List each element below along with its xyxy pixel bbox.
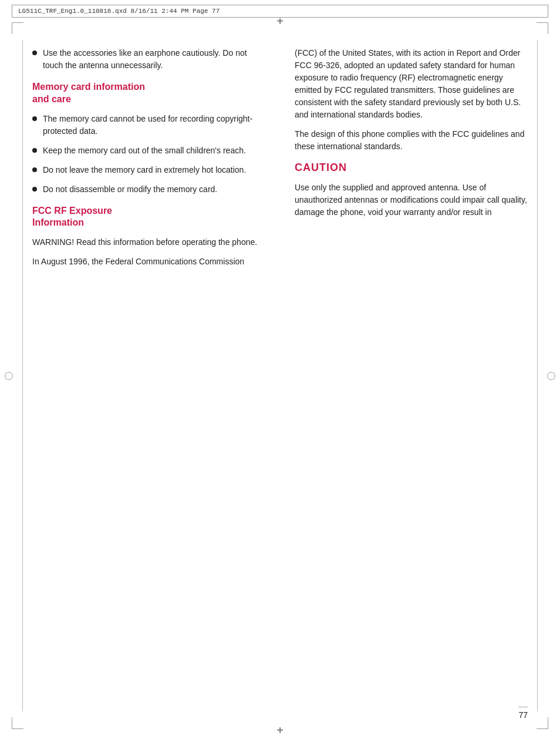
reg-mark-right bbox=[547, 372, 555, 380]
warning-text: WARNING! Read this information before op… bbox=[32, 236, 265, 249]
page-number-area: 77 bbox=[518, 707, 528, 720]
bullet-dot-2 bbox=[32, 148, 37, 153]
caution-heading: CAUTION bbox=[295, 160, 528, 176]
bullet-text-4: Do not disassemble or modify the memory … bbox=[43, 183, 265, 196]
design-text: The design of this phone complies with t… bbox=[295, 128, 528, 153]
bullet-text-2: Keep the memory card out of the small ch… bbox=[43, 145, 265, 157]
memory-card-heading: Memory card informationand care bbox=[32, 81, 265, 106]
caution-text: Use only the supplied and approved anten… bbox=[295, 182, 528, 219]
corner-mark-br bbox=[537, 717, 548, 729]
bullet-item-2: Keep the memory card out of the small ch… bbox=[32, 145, 265, 157]
bullet-dot-3 bbox=[32, 167, 37, 172]
top-crosshair: + bbox=[276, 15, 284, 28]
reg-mark-left bbox=[5, 372, 13, 380]
fcc-text-start: In August 1996, the Federal Communicatio… bbox=[32, 256, 265, 268]
bullet-dot-1 bbox=[32, 116, 37, 121]
intro-bullet-item: Use the accessories like an earphone cau… bbox=[32, 47, 265, 72]
bullet-text-1: The memory card cannot be used for recor… bbox=[43, 113, 265, 137]
corner-mark-tl bbox=[12, 22, 23, 34]
left-column: Use the accessories like an earphone cau… bbox=[32, 47, 271, 275]
corner-mark-tr bbox=[537, 22, 548, 34]
page-container: LG511C_TRF_Eng1.0_110816.qxd 8/16/11 2:4… bbox=[0, 5, 560, 742]
left-rule bbox=[22, 40, 23, 711]
right-column: (FCC) of the United States, with its act… bbox=[289, 47, 528, 275]
bullet-text-3: Do not leave the memory card in extremel… bbox=[43, 164, 265, 176]
bullet-item-3: Do not leave the memory card in extremel… bbox=[32, 164, 265, 176]
header-text: LG511C_TRF_Eng1.0_110816.qxd 8/16/11 2:4… bbox=[18, 8, 220, 15]
bullet-item-4: Do not disassemble or modify the memory … bbox=[32, 183, 265, 196]
bottom-crosshair: + bbox=[276, 724, 284, 736]
bullet-dot-4 bbox=[32, 187, 37, 192]
bullet-dot bbox=[32, 51, 37, 55]
right-rule bbox=[537, 40, 538, 711]
fcc-heading: FCC RF ExposureInformation bbox=[32, 205, 265, 230]
corner-mark-bl bbox=[12, 717, 23, 729]
page-number: 77 bbox=[518, 710, 528, 720]
intro-bullet-text: Use the accessories like an earphone cau… bbox=[43, 47, 265, 72]
fcc-continued: (FCC) of the United States, with its act… bbox=[295, 47, 528, 121]
content-area: Use the accessories like an earphone cau… bbox=[32, 47, 528, 275]
bullet-item-1: The memory card cannot be used for recor… bbox=[32, 113, 265, 137]
